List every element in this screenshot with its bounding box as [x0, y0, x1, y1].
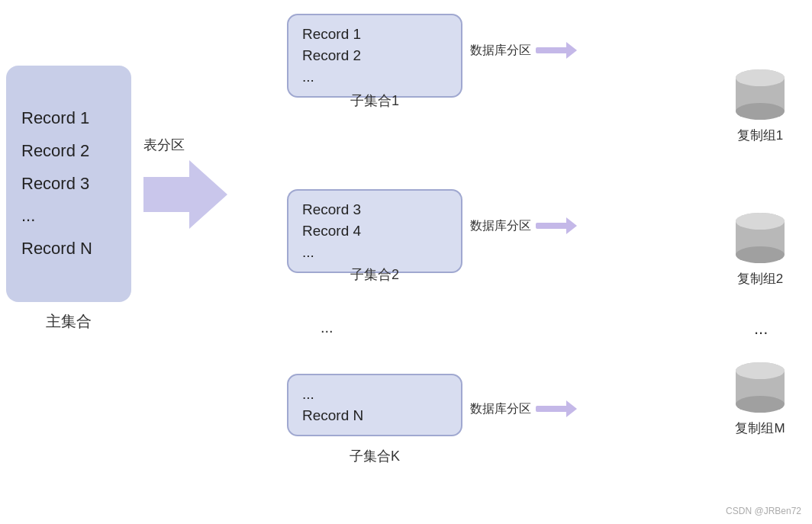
db-arrow-k [536, 400, 577, 417]
subset2-box: Record 3 Record 4 ... [287, 189, 462, 273]
table-partition-label: 表分区 [143, 136, 185, 154]
cylinder-label-1: 复制组1 [737, 127, 783, 144]
subset2-label: 子集合2 [287, 265, 462, 284]
subset1-record1: Record 1 [302, 26, 447, 43]
cylinder-icon-m [733, 362, 788, 416]
subsetk-label: 子集合K [287, 447, 462, 465]
db-arrow-2 [536, 217, 577, 234]
svg-point-4 [736, 69, 785, 86]
cylinder-group-1: 复制组1 [733, 69, 788, 144]
cylinder-label-2: 复制组2 [737, 270, 783, 288]
main-record-n: Record N [21, 237, 116, 261]
svg-marker-0 [143, 160, 227, 229]
table-partition-arrow [143, 160, 227, 232]
db-partition-label-k: 数据库分区 [470, 401, 531, 417]
subset1-record2: Record 2 [302, 47, 447, 64]
cylinder-icon-1 [733, 69, 788, 124]
subset1-box: Record 1 Record 2 ... [287, 14, 462, 98]
subset2-dots: ... [302, 244, 447, 261]
svg-point-8 [736, 213, 785, 230]
main-collection-label: 主集合 [6, 311, 131, 332]
db-arrow-1 [536, 42, 577, 59]
svg-point-7 [736, 246, 785, 263]
cylinder-icon-2 [733, 212, 788, 267]
cylinder-group-2: 复制组2 [733, 212, 788, 288]
cylinder-label-m: 复制组M [735, 420, 785, 437]
subsetk-dots: ... [302, 386, 447, 403]
subsetk-recordn: Record N [302, 407, 447, 424]
watermark: CSDN @JRBen72 [726, 506, 801, 516]
db-partition-label-1: 数据库分区 [470, 43, 531, 59]
svg-point-12 [736, 362, 785, 379]
main-collection-box: Record 1 Record 2 Record 3 ... Record N [6, 66, 131, 302]
main-record-3: Record 3 [21, 172, 116, 196]
subset1-dots: ... [302, 69, 447, 85]
subset2-record1: Record 3 [302, 201, 447, 218]
subset1-label: 子集合1 [287, 92, 462, 110]
cylinder-group-m: 复制组M [733, 362, 788, 437]
subset2-record2: Record 4 [302, 223, 447, 239]
main-record-dots: ... [21, 204, 116, 228]
middle-dots: ... [321, 319, 334, 336]
diagram-container: Record 1 Record 2 Record 3 ... Record N … [0, 0, 812, 524]
db-arrow-group-2: 数据库分区 [470, 217, 577, 234]
svg-point-11 [736, 396, 785, 413]
db-arrow-group-1: 数据库分区 [470, 42, 577, 59]
db-partition-label-2: 数据库分区 [470, 218, 531, 234]
main-record-1: Record 1 [21, 107, 116, 130]
main-record-2: Record 2 [21, 140, 116, 163]
svg-point-3 [736, 103, 785, 120]
cylinder-dots: ... [754, 319, 768, 339]
db-arrow-group-k: 数据库分区 [470, 400, 577, 417]
subsetk-box: ... Record N [287, 374, 462, 436]
